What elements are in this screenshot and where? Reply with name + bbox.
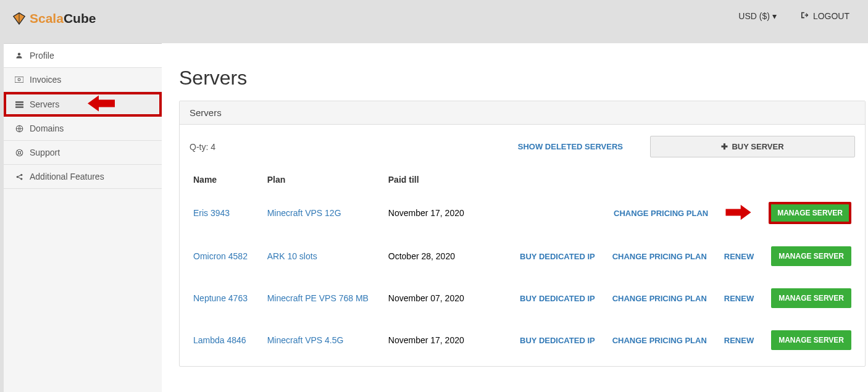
server-name-link[interactable]: Lambda 4846: [193, 335, 246, 345]
server-name-link[interactable]: Eris 3943: [193, 208, 230, 218]
servers-table: Name Plan Paid till Eris 3943 Minecraft …: [190, 169, 855, 361]
panel-header: Servers: [180, 101, 865, 125]
sidebar-item-servers[interactable]: Servers: [4, 92, 162, 117]
header: ScalaCube USD ($) ▾ LOGOUT: [0, 0, 868, 43]
sidebar-item-domains[interactable]: Domains: [4, 117, 162, 141]
manage-server-button[interactable]: MANAGE SERVER: [771, 288, 851, 308]
toolbar: Q-ty: 4 SHOW DELETED SERVERS ✚ BUY SERVE…: [190, 132, 855, 169]
change-pricing-plan-link[interactable]: CHANGE PRICING PLAN: [612, 294, 707, 303]
table-row: Omicron 4582 ARK 10 slots October 28, 20…: [190, 235, 855, 277]
globe-icon: [15, 125, 23, 133]
svg-point-10: [20, 178, 22, 180]
change-pricing-plan-link[interactable]: CHANGE PRICING PLAN: [612, 336, 707, 345]
manage-server-button[interactable]: MANAGE SERVER: [769, 202, 851, 224]
caret-down-icon: ▾: [772, 11, 777, 21]
th-plan: Plan: [264, 169, 385, 191]
table-row: Neptune 4763 Minecraft PE VPS 768 MB Nov…: [190, 277, 855, 319]
table-row: Lambda 4846 Minecraft VPS 4.5G November …: [190, 319, 855, 361]
change-pricing-plan-link[interactable]: CHANGE PRICING PLAN: [614, 209, 708, 218]
logo[interactable]: ScalaCube: [12, 11, 96, 26]
currency-label: USD ($): [738, 11, 770, 21]
buy-dedicated-ip-link[interactable]: BUY DEDICATED IP: [520, 294, 595, 303]
sidebar-item-profile[interactable]: Profile: [4, 44, 162, 68]
content: Servers Servers Q-ty: 4 SHOW DELETED SER…: [162, 43, 868, 392]
manage-server-button[interactable]: MANAGE SERVER: [771, 330, 851, 350]
plus-icon: ✚: [721, 142, 728, 151]
logout-label: LOGOUT: [813, 11, 849, 21]
sidebar-item-support[interactable]: Support: [4, 141, 162, 165]
user-icon: [15, 52, 23, 59]
th-name: Name: [190, 169, 264, 191]
arrow-right-icon: [725, 204, 751, 223]
buy-server-button[interactable]: ✚ BUY SERVER: [650, 136, 855, 157]
sidebar-item-label: Support: [30, 148, 60, 157]
sidebar-item-label: Invoices: [30, 75, 61, 85]
sidebar-item-invoices[interactable]: Invoices: [4, 68, 162, 92]
table-row: Eris 3943 Minecraft VPS 12G November 17,…: [190, 191, 855, 235]
change-pricing-plan-link[interactable]: CHANGE PRICING PLAN: [612, 252, 707, 261]
sidebar-item-label: Profile: [30, 51, 54, 60]
server-plan-link[interactable]: Minecraft PE VPS 768 MB: [267, 293, 369, 303]
logo-text: ScalaCube: [30, 11, 96, 26]
currency-selector[interactable]: USD ($) ▾: [738, 11, 777, 21]
arrow-left-icon: [88, 94, 115, 115]
sidebar: Profile Invoices Servers Domains Support…: [4, 43, 162, 392]
sidebar-item-label: Servers: [30, 99, 59, 109]
renew-link[interactable]: RENEW: [724, 294, 754, 303]
svg-point-9: [20, 173, 22, 175]
svg-rect-3: [15, 104, 23, 105]
logo-icon: [12, 12, 26, 25]
svg-rect-0: [15, 77, 23, 82]
server-name-link[interactable]: Neptune 4763: [193, 293, 248, 303]
buy-server-label: BUY SERVER: [732, 142, 783, 151]
share-icon: [15, 173, 23, 181]
renew-link[interactable]: RENEW: [724, 252, 754, 261]
sidebar-item-label: Additional Features: [30, 172, 104, 181]
show-deleted-link[interactable]: SHOW DELETED SERVERS: [518, 142, 623, 151]
sidebar-item-additional-features[interactable]: Additional Features: [4, 165, 162, 189]
buy-dedicated-ip-link[interactable]: BUY DEDICATED IP: [520, 336, 595, 345]
paid-till-cell: October 28, 2020: [385, 235, 516, 277]
buy-dedicated-ip-link[interactable]: BUY DEDICATED IP: [520, 252, 595, 261]
manage-server-button[interactable]: MANAGE SERVER: [771, 246, 851, 266]
logout-link[interactable]: LOGOUT: [801, 11, 849, 21]
lifebuoy-icon: [15, 149, 23, 157]
th-paid-till: Paid till: [385, 169, 516, 191]
svg-rect-4: [15, 106, 23, 107]
logout-icon: [801, 11, 809, 21]
server-plan-link[interactable]: Minecraft VPS 12G: [267, 208, 341, 218]
svg-rect-2: [15, 101, 23, 102]
paid-till-cell: November 17, 2020: [385, 319, 516, 361]
server-icon: [15, 101, 23, 108]
server-name-link[interactable]: Omicron 4582: [193, 251, 248, 261]
paid-till-cell: November 07, 2020: [385, 277, 516, 319]
qty-label: Q-ty: 4: [190, 142, 215, 152]
renew-link[interactable]: RENEW: [724, 336, 754, 345]
money-icon: [15, 77, 23, 83]
server-plan-link[interactable]: Minecraft VPS 4.5G: [267, 335, 344, 345]
sidebar-item-label: Domains: [30, 123, 64, 133]
page-title: Servers: [179, 67, 866, 90]
svg-point-7: [18, 151, 20, 154]
svg-point-1: [18, 78, 20, 81]
servers-panel: Servers Q-ty: 4 SHOW DELETED SERVERS ✚ B…: [179, 101, 866, 367]
server-plan-link[interactable]: ARK 10 slots: [267, 251, 317, 261]
paid-till-cell: November 17, 2020: [385, 191, 516, 235]
